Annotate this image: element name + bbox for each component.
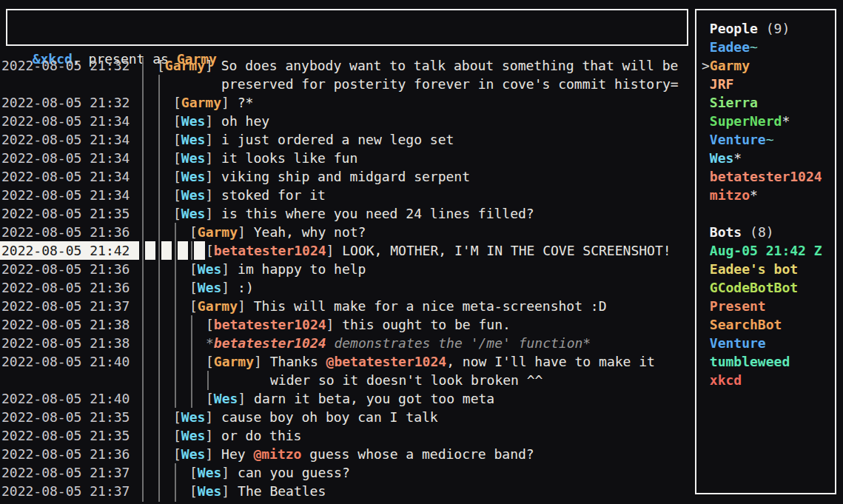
presence-suffix: ~ [750, 39, 758, 55]
nick[interactable]: Wes [181, 150, 206, 166]
message-timestamp: 2022-08-05 21:35 [1, 408, 130, 426]
nick[interactable]: Wes [198, 483, 222, 499]
message-timestamp: 2022-08-05 21:34 [1, 186, 130, 204]
message-text: Hey [221, 446, 253, 462]
nick-bracket: [ [189, 280, 198, 295]
message[interactable]: [Garmy] So does anybody want to talk abo… [157, 56, 678, 75]
nick-bracket: [ [189, 465, 198, 480]
message[interactable]: [betatester1024] this ought to be fun. [206, 315, 511, 334]
message[interactable]: [Wes] is this where you need 24 lines fi… [173, 204, 534, 223]
nick-bracket: ] [254, 354, 270, 369]
nick-bracket: [ [206, 391, 214, 406]
list-item-prefix [702, 354, 710, 369]
message-text: cause boy oh boy can I talk [221, 409, 438, 425]
bot-list-item[interactable]: Eadee's bot [702, 260, 835, 278]
message[interactable]: [Wes] :) [189, 278, 254, 297]
nick[interactable]: betatester1024 [214, 335, 326, 351]
message[interactable]: [Wes] stoked for it [173, 186, 326, 204]
nick[interactable]: Wes [181, 187, 206, 203]
message[interactable]: [Wes] can you guess? [189, 463, 350, 482]
nick[interactable]: Wes [181, 169, 206, 184]
message[interactable]: [Wes] viking ship and midgard serpent [173, 167, 470, 186]
message[interactable]: [Wes] Hey @mitzo guess whose a mediocre … [173, 445, 534, 463]
message[interactable]: [Wes] im happy to help [189, 260, 366, 278]
bot-list-item[interactable]: Aug-05 21:42 Z [702, 241, 835, 260]
person-list-item[interactable]: Eadee~ [702, 38, 835, 56]
message-text: preserved for posterity forever in cove'… [221, 76, 679, 92]
message[interactable]: [Wes] i just ordered a new lego set [173, 130, 454, 149]
message-timestamp: 2022-08-05 21:38 [1, 315, 130, 334]
bot-name: Venture [710, 335, 766, 351]
person-list-item[interactable]: Venture~ [702, 130, 835, 149]
nick[interactable]: Wes [181, 409, 206, 425]
message[interactable]: [Garmy] Thanks @betatester1024, now I'll… [206, 352, 655, 371]
message[interactable]: [Wes] darn it beta, you got too meta [206, 389, 494, 408]
nick[interactable]: betatester1024 [214, 243, 326, 258]
list-item-prefix [702, 76, 710, 92]
nick[interactable]: Garmy [165, 58, 205, 73]
message[interactable]: [betatester1024] LOOK, MOTHER, I'M IN TH… [206, 241, 671, 260]
mention[interactable]: @betatester1024 [326, 354, 447, 369]
nick-bracket: [ [206, 317, 214, 332]
bot-list-item[interactable]: Venture [702, 334, 835, 352]
nick-bracket: ] [238, 224, 254, 240]
nick[interactable]: betatester1024 [214, 317, 326, 332]
message-text: Yeah, why not? [254, 224, 366, 240]
bot-list-item[interactable]: tumbleweed [702, 352, 835, 371]
nick[interactable]: Wes [181, 132, 206, 147]
message-text: Thanks [270, 354, 326, 369]
nick[interactable]: Garmy [198, 224, 238, 240]
list-item-prefix [702, 132, 710, 147]
bot-list-item[interactable]: Present [702, 297, 835, 315]
bots-title: Bots [710, 224, 742, 240]
message[interactable]: [Garmy] This will make for a nice meta-s… [189, 297, 607, 315]
bots-count: (8) [750, 224, 774, 240]
message[interactable]: [Wes] oh hey [173, 112, 269, 130]
highlight-block [161, 241, 172, 260]
message-text: wider so it doesn't look broken ^^ [270, 372, 543, 388]
message[interactable]: [Wes] or do this [173, 426, 301, 445]
message-text: , now I'll have to make it [446, 354, 655, 369]
message-wrap-line[interactable]: wider so it doesn't look broken ^^ [270, 371, 543, 389]
message-timestamp: 2022-08-05 21:34 [1, 167, 130, 186]
cove-chat-app: { "header": { "channel": "&xkcd", "text"… [0, 0, 843, 504]
nick[interactable]: Wes [198, 280, 222, 295]
mention[interactable]: @mitzo [253, 446, 301, 462]
person-list-item[interactable]: betatester1024 [702, 167, 835, 186]
nick[interactable]: Wes [181, 113, 206, 129]
nick[interactable]: Wes [181, 428, 206, 443]
nick[interactable]: Garmy [214, 354, 254, 369]
message[interactable]: [Garmy] ?* [173, 93, 253, 112]
message[interactable]: *betatester1024 demonstrates the '/me' f… [206, 334, 591, 352]
bot-list-item[interactable]: SearchBot [702, 315, 835, 334]
message-wrap-line[interactable]: preserved for posterity forever in cove'… [221, 75, 679, 93]
person-list-item[interactable]: mitzo* [702, 186, 835, 204]
message-text: i just ordered a new lego set [221, 132, 454, 147]
person-name: SuperNerd [710, 113, 782, 129]
person-name: JRF [710, 76, 734, 92]
bot-list-item[interactable]: xkcd [702, 371, 835, 389]
nick[interactable]: Wes [198, 261, 222, 277]
presence-suffix: * [733, 150, 742, 166]
message[interactable]: [Garmy] Yeah, why not? [189, 223, 366, 241]
person-list-item[interactable]: Wes* [702, 149, 835, 167]
message-timestamp: 2022-08-05 21:36 [1, 223, 130, 241]
person-list-item[interactable]: Sierra [702, 93, 835, 112]
nick[interactable]: Wes [181, 206, 206, 221]
person-list-item[interactable]: JRF [702, 75, 835, 93]
person-list-item[interactable]: >Garmy [702, 56, 835, 75]
message[interactable]: [Wes] The Beatles [189, 482, 326, 500]
person-list-item[interactable]: SuperNerd* [702, 112, 835, 130]
person-name: Garmy [710, 58, 750, 73]
bot-list-item[interactable]: GCodeBotBot [702, 278, 835, 297]
nick[interactable]: Garmy [198, 298, 238, 314]
message-text: can you guess? [238, 465, 350, 480]
message[interactable]: [Wes] it looks like fun [173, 149, 357, 167]
nick[interactable]: Garmy [181, 95, 221, 110]
nick[interactable]: Wes [198, 465, 222, 480]
nick[interactable]: Wes [214, 391, 238, 406]
nick[interactable]: Wes [181, 446, 206, 462]
message[interactable]: [Wes] cause boy oh boy can I talk [173, 408, 438, 426]
nick-bracket: [ [189, 483, 198, 499]
message-timestamp: 2022-08-05 21:36 [1, 445, 130, 463]
